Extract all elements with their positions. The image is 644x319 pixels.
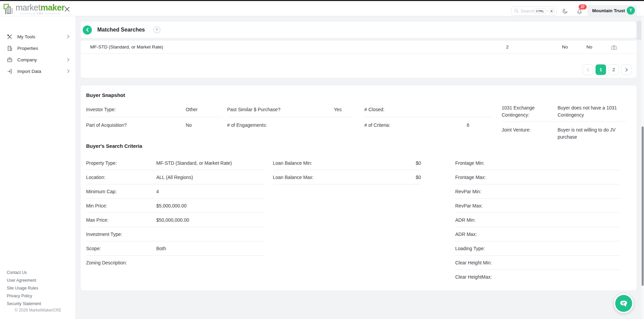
chevron-left-icon xyxy=(586,68,589,72)
chevron-left-icon xyxy=(85,28,89,32)
field-investment-type: Investment Type: xyxy=(86,227,265,241)
page-title: Matched Searches xyxy=(97,27,145,33)
building-icon xyxy=(7,45,13,51)
briefcase-icon xyxy=(7,57,13,63)
scrollbar-thumb[interactable] xyxy=(642,126,644,286)
kbd-k: K xyxy=(549,8,555,14)
link-user-agreement[interactable]: User Agreement xyxy=(0,276,76,284)
criteria-column-1: Property Type:MF-STD (Standard, or Marke… xyxy=(86,156,265,270)
user-account-button[interactable]: Mountain Trust T xyxy=(587,5,637,16)
user-name: Mountain Trust xyxy=(592,8,627,13)
tools-icon xyxy=(7,34,13,40)
field-loading-type: Loading Type: xyxy=(455,241,620,256)
pagination-page-1[interactable]: 1 xyxy=(596,64,606,75)
link-contact-us[interactable]: Contact Us xyxy=(0,268,76,276)
notification-count-badge: 37 xyxy=(579,4,587,9)
kbd-ctrl: CTRL xyxy=(534,8,546,14)
criteria-column-2: Loan Balance Min:$0 Loan Balance Max:$0 xyxy=(273,156,421,184)
field-min-price: Min Price:$5,000,000.00 xyxy=(86,199,265,213)
field-max-price: Max Price:$50,000,000.00 xyxy=(86,213,265,227)
field-revpar-min: RevPar Min: xyxy=(455,184,620,199)
field-minimum-cap: Minimum Cap:4 xyxy=(86,184,265,199)
field-clear-height-max: Clear HeightMax: xyxy=(455,270,620,284)
chevron-right-icon xyxy=(625,68,628,72)
snapshot-right-panel: 1031 Exchange Contingency:Buyer does not… xyxy=(502,102,626,143)
sidebar-item-properties[interactable]: Properties xyxy=(0,42,76,54)
field-adr-max: ADR Max: xyxy=(455,227,620,241)
logo-building-icon xyxy=(3,3,14,16)
field-adr-min: ADR Min: xyxy=(455,213,620,227)
page-toolbar: Matched Searches ? xyxy=(81,22,637,38)
field-frontage-min: Frontage Min: xyxy=(455,156,620,170)
search-icon xyxy=(514,8,519,14)
row-flag-1: No xyxy=(562,44,568,49)
camera-icon[interactable] xyxy=(611,44,618,51)
snapshot-column-3: # Closed: # of Criteria:6 xyxy=(364,102,493,133)
dark-mode-moon-icon[interactable] xyxy=(561,7,569,15)
back-button[interactable] xyxy=(83,25,92,35)
field-num-engagements: # of Engagements: xyxy=(227,117,352,133)
pagination: 1 2 xyxy=(583,64,632,75)
chevron-right-icon xyxy=(67,69,70,73)
chat-launcher-button[interactable] xyxy=(614,294,633,313)
chevron-right-icon xyxy=(67,35,70,39)
field-loan-balance-max: Loan Balance Max:$0 xyxy=(273,170,421,184)
buyer-detail-card: Buyer Snapshot Investor Type:Other Part … xyxy=(81,85,637,291)
field-1031-exchange-contingency: 1031 Exchange Contingency:Buyer does not… xyxy=(502,102,626,122)
pagination-next-button[interactable] xyxy=(621,64,632,75)
sidebar: My Tools Properties Company Import Data … xyxy=(0,16,76,319)
field-past-similar-purchase: Past Similar $ Purchase?Yes xyxy=(227,102,352,117)
avatar: T xyxy=(627,6,635,15)
logo-wordmark: marketmaker xyxy=(16,3,65,12)
sidebar-item-import-data[interactable]: Import Data xyxy=(0,65,76,77)
app-header: marketmaker CRE Search CTRL + K 37 Mount… xyxy=(0,1,644,16)
pagination-prev-button[interactable] xyxy=(583,64,593,75)
import-icon xyxy=(7,68,13,74)
section-title-search-criteria: Buyer's Search Criteria xyxy=(86,143,142,149)
snapshot-column-2: Past Similar $ Purchase?Yes # of Engagem… xyxy=(227,102,352,133)
chat-bubble-icon xyxy=(615,295,632,312)
search-placeholder: Search xyxy=(521,9,534,14)
link-security-statement[interactable]: Security Statement xyxy=(0,300,76,307)
kbd-plus: + xyxy=(546,9,548,13)
field-investor-type: Investor Type:Other xyxy=(86,102,222,117)
pagination-page-2[interactable]: 2 xyxy=(608,64,619,75)
sidebar-item-company[interactable]: Company xyxy=(0,54,76,65)
field-zoning-description: Zoning Description: xyxy=(86,256,265,270)
criteria-column-3: Frontage Min: Frontage Max: RevPar Min: … xyxy=(455,156,620,284)
sidebar-footer-links: Contact Us User Agreement Site Usage Rul… xyxy=(0,268,76,307)
sidebar-item-my-tools[interactable]: My Tools xyxy=(0,31,76,42)
field-loan-balance-min: Loan Balance Min:$0 xyxy=(273,156,421,170)
copyright-text: © 2026 MarketMakerCRE xyxy=(0,308,76,313)
marketmaker-logo[interactable]: marketmaker CRE xyxy=(3,3,65,16)
field-revpar-max: RevPar Max: xyxy=(455,199,620,213)
field-joint-venture: Joint Venture:Buyer is not willing to do… xyxy=(502,122,626,143)
search-input[interactable]: Search CTRL + K xyxy=(511,6,557,16)
field-property-type: Property Type:MF-STD (Standard, or Marke… xyxy=(86,156,265,170)
table-row[interactable]: MF-STD (Standard, or Market Rate) 2 No N… xyxy=(81,41,637,54)
logo-cre-label: CRE xyxy=(37,12,43,15)
link-site-usage-rules[interactable]: Site Usage Rules xyxy=(0,284,76,292)
field-frontage-max: Frontage Max: xyxy=(455,170,620,184)
matched-searches-results-card: MF-STD (Standard, or Market Rate) 2 No N… xyxy=(81,41,637,78)
row-property-type: MF-STD (Standard, or Market Rate) xyxy=(90,44,163,49)
field-num-criteria: # of Criteria:6 xyxy=(364,117,493,133)
row-flag-2: No xyxy=(586,44,592,49)
snapshot-column-1: Investor Type:Other Part of Acquisition?… xyxy=(86,102,222,133)
chevron-right-icon xyxy=(67,58,70,62)
field-location: Location:ALL (All Regions) xyxy=(86,170,265,184)
section-title-buyer-snapshot: Buyer Snapshot xyxy=(86,92,125,98)
help-icon[interactable]: ? xyxy=(154,26,160,33)
row-count-value: 2 xyxy=(506,44,509,49)
field-clear-height-min: Clear Height Min: xyxy=(455,256,620,270)
close-icon[interactable] xyxy=(64,6,71,13)
field-scope: Scope:Both xyxy=(86,241,265,256)
field-num-closed: # Closed: xyxy=(364,102,493,117)
link-privacy-policy[interactable]: Privacy Policy xyxy=(0,292,76,300)
field-part-of-acquisition: Part of Acquisition?No xyxy=(86,117,222,133)
